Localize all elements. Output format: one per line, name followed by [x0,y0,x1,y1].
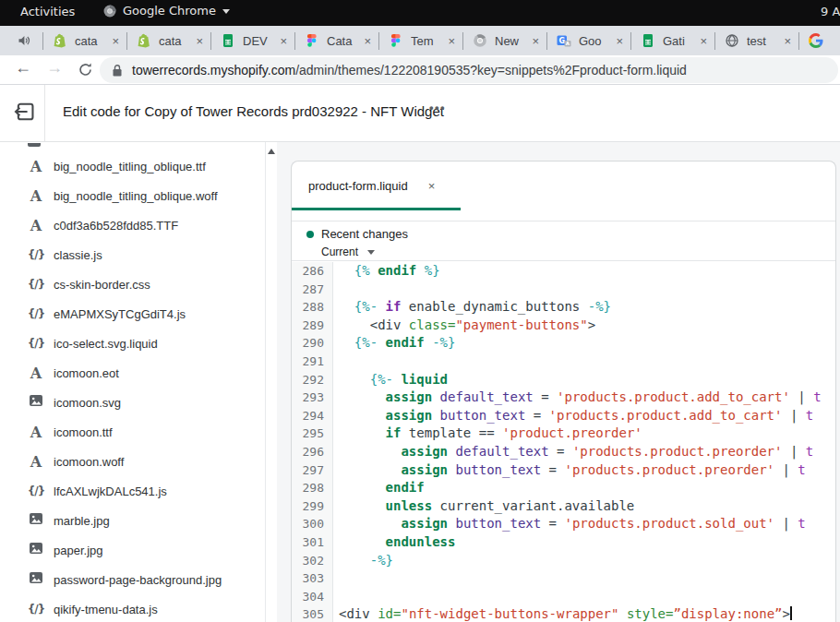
file-name: lfcAXLwjkDALc541.js [54,484,167,498]
file-item-lfcAXLwjkDALc541.js[interactable]: {/}lfcAXLwjkDALc541.js [0,476,265,506]
version-bar: Recent changes Current [292,221,835,261]
google-sheets-icon [641,33,655,48]
code-line-295[interactable]: 295 if template == 'product.preorder' [292,425,835,443]
code-text: assign button_text = 'products.product.p… [333,461,835,480]
code-line-290[interactable]: 290 {%- endif -%} [292,334,835,353]
app-menu-label: Google Chrome [123,4,216,18]
browser-tab-DEV[interactable]: DEV× [211,26,294,55]
code-text: assign default_text = 'products.product.… [333,443,835,461]
file-item-eMAPMXSyTCgGdiT4.js[interactable]: {/}eMAPMXSyTCgGdiT4.js [0,299,265,329]
browser-tab-google[interactable] [799,26,840,55]
more-actions-button[interactable]: ••• [429,101,446,114]
code-line-291[interactable]: 291 [292,353,835,371]
code-line-297[interactable]: 297 assign button_text = 'products.produ… [292,461,835,480]
svg-text:G: G [558,37,565,45]
file-name: password-page-background.jpg [54,573,222,587]
version-select[interactable]: Current [321,245,835,258]
code-text [333,588,835,606]
chevron-down-icon [222,9,230,14]
code-line-289[interactable]: 289 <div class="payment-buttons"> [292,317,835,335]
tab-close-icon[interactable]: × [700,34,707,48]
code-line-293[interactable]: 293 assign default_text = 'products.prod… [292,389,835,407]
content-area: Abig_noodle_titling_oblique.ttfAbig_nood… [0,142,840,622]
figma-icon [305,33,319,48]
file-item-c0df3a6b528fdd85.TTF[interactable]: Ac0df3a6b528fdd85.TTF [0,210,265,240]
code-line-296[interactable]: 296 assign default_text = 'products.prod… [292,443,835,461]
code-text: unless current_variant.available [333,497,835,516]
code-line-299[interactable]: 299 unless current_variant.available [292,497,835,516]
shopify-icon [137,33,151,48]
code-line-302[interactable]: 302 -%} [292,552,835,570]
code-editor-panel: product-form.liquid × Recent changes Cur… [291,161,836,622]
new-tab-icon [473,33,487,48]
tab-close-icon[interactable]: × [196,34,203,48]
tab-close-icon[interactable]: × [280,34,287,48]
font-file-icon: A [26,187,46,205]
tab-title: cata [159,34,194,48]
tab-close-icon[interactable]: × [364,34,371,48]
code-line-304[interactable]: 304 [292,588,835,606]
browser-tab-Cata[interactable]: Cata× [295,26,378,55]
file-item-ico-select.svg.liquid[interactable]: {/}ico-select.svg.liquid [0,329,265,358]
address-bar[interactable]: towerrecords.myshopify.com/admin/themes/… [100,57,838,83]
file-item-icomoon.ttf[interactable]: Aicomoon.ttf [0,417,265,447]
browser-tab-Tem[interactable]: Tem× [379,26,462,55]
code-line-305[interactable]: 305<div id="nft-widget-buttons-wrapper" … [292,605,835,622]
code-line-300[interactable]: 300 assign button_text = 'products.produ… [292,515,835,533]
line-number: 292 [292,371,333,389]
tab-close-icon[interactable]: × [532,34,539,48]
forward-button[interactable]: → [46,58,63,78]
code-line-286[interactable]: 286 {% endif %} [292,262,835,281]
tab-close-icon[interactable]: × [448,34,455,48]
code-line-292[interactable]: 292 {%- liquid [292,371,835,389]
file-name: marble.jpg [54,514,110,528]
editor-tab-close-icon[interactable]: × [428,179,436,193]
activities-button[interactable]: Activities [20,5,75,18]
file-item-icomoon.woff[interactable]: Aicomoon.woff [0,447,265,476]
tab-close-icon[interactable]: × [784,34,791,48]
lock-icon[interactable] [112,64,123,78]
code-line-294[interactable]: 294 assign button_text = 'products.produ… [292,407,835,425]
file-item-cs-skin-border.css[interactable]: {/}cs-skin-border.css [0,269,265,299]
editor-tab-product-form[interactable]: product-form.liquid × [292,161,461,210]
scroll-up-arrow-icon[interactable] [268,149,275,154]
file-item-marble.jpg[interactable]: marble.jpg [0,506,265,535]
reload-button[interactable] [78,62,93,78]
file-item-big_noodle_titling_oblique.woff[interactable]: Abig_noodle_titling_oblique.woff [0,181,265,210]
file-item-big_noodle_titling_oblique.ttf[interactable]: Abig_noodle_titling_oblique.ttf [0,151,265,181]
code-area[interactable]: 286 {% endif %}287288 {%- if enable_dyna… [292,262,835,622]
file-item-paper.jpg[interactable]: paper.jpg [0,535,265,565]
file-name: icomoon.eot [54,366,119,380]
file-item-qikify-tmenu-data.js[interactable]: {/}qikify-tmenu-data.js [0,594,265,622]
tab-close-icon[interactable]: × [616,34,623,48]
file-item-icomoon.eot[interactable]: Aicomoon.eot [0,358,265,388]
code-line-288[interactable]: 288 {%- if enable_dynamic_buttons -%} [292,298,835,317]
exit-code-editor-button[interactable] [13,100,37,124]
editor-tab-bar: product-form.liquid × [292,161,835,210]
file-item-icomoon.svg[interactable]: icomoon.svg [0,388,265,417]
file-item-classie.js[interactable]: {/}classie.js [0,240,265,269]
browser-tab-Goo[interactable]: GAGoo× [547,26,630,55]
browser-tab-cata[interactable]: cata× [43,26,126,55]
code-line-303[interactable]: 303 [292,569,835,588]
code-text: {%- if enable_dynamic_buttons -%} [333,298,835,317]
code-line-301[interactable]: 301 endunless [292,533,835,552]
sidebar-scrollbar[interactable] [265,142,277,622]
line-number: 304 [292,588,333,606]
code-file-icon: {/} [26,248,46,261]
browser-tab-Gati[interactable]: Gati× [631,26,714,55]
app-menu[interactable]: Google Chrome [103,4,230,18]
line-number: 295 [292,425,333,443]
code-line-298[interactable]: 298 endif [292,479,835,497]
browser-tab-cata[interactable]: cata× [127,26,210,55]
line-number: 291 [292,353,333,371]
tab-title: DEV [243,34,278,48]
file-item-password-page-background.jpg[interactable]: password-page-background.jpg [0,565,265,594]
browser-tab-test[interactable]: test× [715,26,798,55]
back-button[interactable]: ← [15,58,31,78]
font-file-icon: A [26,453,46,471]
tab-close-icon[interactable]: × [112,34,119,48]
code-line-287[interactable]: 287 [292,281,835,299]
browser-tab-New[interactable]: New× [463,26,546,55]
font-file-icon: A [26,217,46,234]
